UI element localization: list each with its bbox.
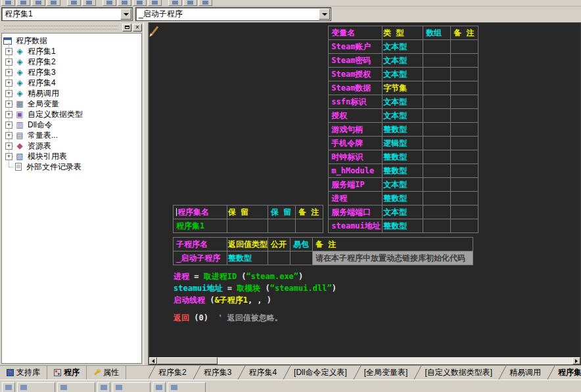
table-cell[interactable]: ssfn标识	[329, 95, 383, 109]
subroutine-combo[interactable]: _启动子程序	[135, 7, 331, 21]
table-cell[interactable]: steamui地址	[329, 219, 383, 233]
table-cell[interactable]: 时钟标识	[329, 150, 383, 164]
table-cell[interactable]: 文本型	[383, 54, 423, 68]
expand-icon[interactable]: +	[5, 48, 12, 55]
table-cell[interactable]	[451, 123, 478, 137]
tree-item-assembly-2[interactable]: + ◈ 程序集2	[3, 56, 141, 67]
horizontal-scrollbar[interactable]	[149, 357, 580, 364]
tab-program[interactable]: 程序	[47, 366, 87, 380]
filetab-assembly-2[interactable]: 程序集2	[149, 366, 194, 380]
code-editor[interactable]: 程序集名 保 留 保 留 备 注 程序集1 变量名	[149, 22, 581, 365]
table-cell[interactable]: 文本型	[383, 206, 423, 219]
table-cell[interactable]: 文本型	[383, 68, 423, 81]
table-cell[interactable]	[227, 219, 268, 233]
table-cell[interactable]: Steam授权	[329, 68, 383, 81]
toolbar-button-stub[interactable]	[118, 0, 131, 6]
expand-icon[interactable]: +	[5, 100, 12, 108]
tree-item-jingyi-call[interactable]: + ◈ 精易调用	[3, 88, 141, 98]
tree-item-assembly-3[interactable]: + ◈ 程序集3	[3, 67, 141, 77]
scrollbar-thumb[interactable]	[157, 357, 218, 364]
table-cell[interactable]	[423, 40, 451, 54]
filetab-assembly-3[interactable]: 程序集3	[194, 366, 239, 380]
toolbar-button-stub[interactable]	[198, 0, 212, 6]
column-header[interactable]: 备 注	[451, 26, 478, 40]
filetab-custom-types-table[interactable]: [自定义数据类型表]	[415, 366, 500, 380]
filetab-assembly-4[interactable]: 程序集4	[239, 366, 284, 380]
tree-item-resources[interactable]: + ◆ 资源表	[3, 141, 141, 151]
table-cell[interactable]: 文本型	[383, 95, 423, 109]
table-cell[interactable]: _启动子程序	[174, 251, 227, 265]
expand-icon[interactable]: +	[5, 79, 12, 87]
table-cell[interactable]: Steam账户	[329, 40, 383, 54]
toolbar-button-stub[interactable]	[133, 0, 147, 6]
column-header[interactable]: 变量名	[329, 26, 383, 40]
tree-item-constants[interactable]: + ▤ 常量表...	[3, 130, 141, 141]
table-cell[interactable]	[268, 251, 290, 265]
table-cell[interactable]	[268, 219, 296, 233]
table-cell[interactable]	[451, 206, 478, 219]
table-cell[interactable]	[451, 178, 478, 192]
scroll-left-icon[interactable]	[149, 357, 157, 364]
table-cell[interactable]: 进程	[329, 192, 383, 206]
assembly-combo[interactable]: 程序集1	[1, 7, 133, 21]
column-header[interactable]: 子程序名	[174, 238, 227, 251]
table-cell[interactable]	[296, 219, 323, 233]
tree-item-external-files[interactable]: 外部文件记录表	[3, 162, 141, 172]
table-cell[interactable]	[423, 206, 451, 219]
column-header[interactable]: 保 留	[227, 206, 268, 219]
table-cell[interactable]: 整数型	[227, 251, 268, 265]
table-cell[interactable]	[423, 219, 451, 233]
table-cell[interactable]: 文本型	[383, 178, 423, 192]
table-cell[interactable]	[423, 150, 451, 164]
table-cell[interactable]: 整数型	[383, 192, 423, 206]
scroll-right-icon[interactable]	[572, 357, 580, 364]
toolbar-button-stub[interactable]	[103, 0, 116, 6]
tree-root-program-data[interactable]: 程序数据	[3, 35, 141, 46]
table-cell[interactable]	[451, 192, 478, 206]
code-block[interactable]: 进程 = 取进程ID (“steam.exe”) steamui地址 = 取模块…	[173, 271, 580, 324]
table-cell[interactable]: 逻辑型	[383, 137, 423, 150]
panel-drag-grip[interactable]	[4, 26, 118, 30]
table-cell[interactable]: m_hModule	[329, 164, 383, 178]
table-cell[interactable]: 授权	[329, 109, 383, 123]
toolbar-button-stub[interactable]	[183, 0, 197, 6]
table-cell[interactable]	[423, 68, 451, 81]
tree-item-global-vars[interactable]: + ▦ 全局变量	[3, 98, 141, 109]
toolbar-button-stub[interactable]	[57, 382, 95, 392]
expand-icon[interactable]: +	[5, 111, 12, 118]
toolbar-button-stub[interactable]	[17, 382, 55, 392]
column-header[interactable]: 保 留	[268, 206, 296, 219]
table-cell[interactable]: 程序集1	[174, 219, 227, 233]
table-cell[interactable]	[423, 95, 451, 109]
table-cell[interactable]	[451, 164, 478, 178]
table-cell[interactable]: 整数型	[383, 219, 423, 233]
expand-icon[interactable]: +	[5, 121, 12, 129]
table-cell[interactable]: Steam密码	[329, 54, 383, 68]
toolbar-button-stub[interactable]	[47, 0, 60, 6]
expand-icon[interactable]: +	[5, 58, 12, 66]
column-header[interactable]: 类 型	[383, 26, 423, 40]
filetab-dll-table[interactable]: [Dll命令定义表]	[284, 366, 354, 380]
float-panel-button[interactable]	[122, 24, 131, 32]
filetab-assembly-1[interactable]: 程序集1	[548, 366, 581, 380]
expand-icon[interactable]: +	[5, 90, 12, 97]
table-cell[interactable]	[451, 137, 478, 150]
chevron-down-icon[interactable]	[120, 9, 131, 20]
table-cell[interactable]	[423, 164, 451, 178]
table-cell[interactable]: 文本型	[383, 109, 423, 123]
tab-properties[interactable]: 属性	[87, 366, 126, 380]
expand-icon[interactable]: +	[5, 153, 12, 160]
table-cell[interactable]	[451, 109, 478, 123]
tree-item-assembly-4[interactable]: + ◈ 程序集4	[3, 77, 141, 88]
expand-icon[interactable]: +	[5, 142, 12, 150]
table-cell[interactable]: 服务端IP	[329, 178, 383, 192]
chevron-down-icon[interactable]	[319, 9, 330, 20]
table-cell[interactable]: 请在本子程序中放置动态链接库初始化代码	[313, 251, 473, 265]
column-header[interactable]: 程序集名	[174, 206, 227, 219]
table-cell[interactable]	[423, 54, 451, 68]
toolbar-button-stub[interactable]	[152, 382, 166, 392]
expand-icon[interactable]: +	[5, 69, 12, 76]
toolbar-button-stub[interactable]	[168, 382, 206, 392]
table-cell[interactable]: 整数型	[383, 164, 423, 178]
table-cell[interactable]	[451, 150, 478, 164]
